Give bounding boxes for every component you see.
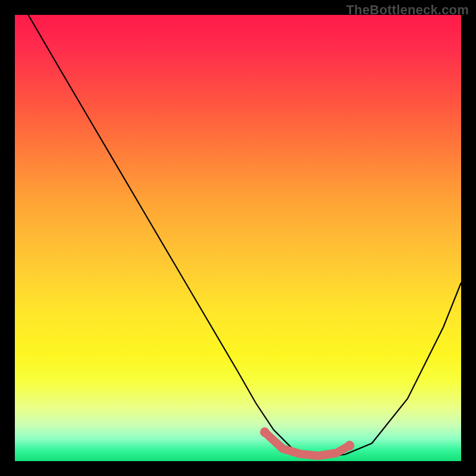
curve-path (29, 15, 462, 457)
highlight-dot (345, 441, 355, 450)
highlight-path (265, 432, 350, 456)
highlight-dot (260, 427, 270, 437)
curve-layer (15, 15, 461, 461)
watermark-text: TheBottleneck.com (346, 2, 469, 18)
chart-frame: TheBottleneck.com (0, 0, 476, 476)
plot-area (15, 15, 461, 461)
